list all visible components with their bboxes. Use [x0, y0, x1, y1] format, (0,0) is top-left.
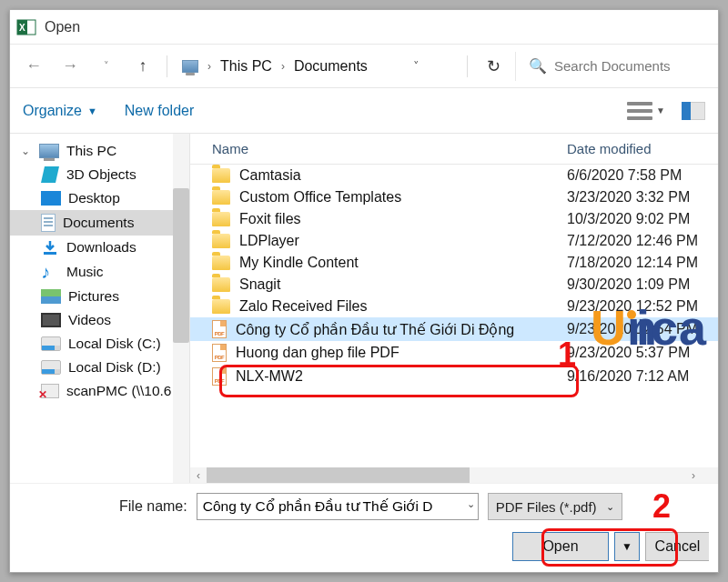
up-button[interactable]: ↑ — [126, 50, 159, 83]
column-date-modified[interactable]: Date modified — [567, 141, 709, 156]
column-headers: Name Date modified — [190, 134, 718, 165]
refresh-button[interactable]: ↻ — [475, 56, 511, 76]
nav-tree: This PC 3D Objects Desktop Documents Dow… — [10, 134, 190, 484]
preview-pane-button[interactable] — [682, 102, 705, 120]
tree-local-disk-c[interactable]: Local Disk (C:) — [10, 332, 189, 356]
scroll-right-icon[interactable]: › — [685, 469, 702, 482]
documents-icon — [41, 214, 56, 232]
filename-input[interactable] — [197, 493, 479, 520]
tree-label: scanPMC (\\10.6 — [66, 383, 171, 399]
unica-watermark: Unica — [591, 299, 707, 356]
recent-dropdown[interactable]: ˅ — [90, 50, 123, 83]
file-row[interactable]: My Kindle Content7/18/2020 12:14 PM — [190, 252, 718, 274]
tree-local-disk-d[interactable]: Local Disk (D:) — [10, 356, 189, 379]
tree-label: Documents — [63, 215, 134, 231]
new-folder-button[interactable]: New folder — [125, 103, 194, 119]
file-date: 6/6/2020 7:58 PM — [567, 167, 709, 184]
organize-label: Organize — [23, 103, 82, 119]
file-row[interactable]: Foxit files10/3/2020 9:02 PM — [190, 208, 718, 230]
tree-this-pc[interactable]: This PC — [10, 139, 189, 163]
search-placeholder: Search Documents — [554, 58, 671, 74]
chevron-right-icon[interactable]: › — [207, 60, 211, 73]
open-button[interactable]: Open — [512, 532, 609, 561]
horizontal-scrollbar[interactable]: ‹ › — [190, 467, 702, 484]
excel-icon: X — [15, 16, 37, 38]
titlebar: X Open — [10, 10, 718, 45]
annotation-number-2: 2 — [652, 487, 671, 526]
scrollbar-track[interactable] — [207, 467, 685, 484]
organize-menu[interactable]: Organize ▼ — [23, 103, 97, 119]
tree-downloads[interactable]: Downloads — [10, 236, 189, 259]
scrollbar-corner — [702, 467, 718, 484]
expand-icon[interactable] — [19, 145, 32, 157]
scrollbar-thumb[interactable] — [207, 467, 470, 484]
desktop-icon — [41, 191, 61, 206]
chevron-down-icon[interactable]: ⌄ — [467, 498, 475, 510]
breadcrumb-this-pc[interactable]: This PC — [220, 58, 272, 75]
forward-button: → — [54, 50, 86, 83]
folder-icon — [212, 299, 230, 314]
tree-documents[interactable]: Documents — [10, 210, 189, 236]
file-row[interactable]: Camtasia6/6/2020 7:58 PM — [190, 165, 718, 186]
disk-icon — [41, 336, 61, 351]
filter-label: PDF Files (*.pdf) — [496, 499, 597, 515]
tree-music[interactable]: ♪Music — [10, 259, 189, 285]
view-mode-button[interactable]: ▼ — [627, 102, 665, 120]
svg-rect-3 — [44, 252, 56, 255]
file-row[interactable]: Snagit9/30/2020 1:09 PM — [190, 274, 718, 296]
file-name: Huong dan ghep file PDF — [236, 345, 399, 361]
column-name[interactable]: Name — [212, 141, 567, 156]
file-row[interactable]: LDPlayer7/12/2020 12:46 PM — [190, 230, 718, 252]
music-icon: ♪ — [41, 263, 59, 281]
toolbar: Organize ▼ New folder ▼ — [10, 88, 718, 134]
file-name: Camtasia — [239, 167, 301, 184]
three-d-icon — [41, 166, 59, 183]
search-box[interactable]: 🔍 Search Documents — [515, 52, 711, 81]
file-name: Snagit — [239, 276, 280, 293]
file-row[interactable]: Custom Office Templates3/23/2020 3:32 PM — [190, 186, 718, 208]
folder-icon — [212, 190, 230, 205]
open-dialog: X Open ← → ˅ ↑ › This PC › Documents ˅ ↻… — [9, 9, 719, 573]
navbar: ← → ˅ ↑ › This PC › Documents ˅ ↻ 🔍 Sear… — [10, 45, 718, 88]
tree-desktop[interactable]: Desktop — [10, 186, 189, 210]
back-button[interactable]: ← — [17, 50, 50, 83]
tree-label: 3D Objects — [66, 166, 136, 183]
file-name: NLX-MW2 — [236, 368, 303, 385]
filename-label: File name: — [119, 498, 187, 515]
tree-videos[interactable]: Videos — [10, 308, 189, 332]
chevron-down-icon: ⌄ — [606, 501, 614, 513]
tree-scrollbar[interactable] — [173, 134, 189, 484]
tree-3d-objects[interactable]: 3D Objects — [10, 163, 189, 186]
filename-combo[interactable]: ⌄ — [197, 493, 479, 520]
pdf-icon — [212, 320, 227, 338]
cancel-button[interactable]: Cancel — [645, 532, 709, 561]
list-view-icon — [627, 102, 652, 120]
folder-icon — [212, 256, 230, 270]
tree-label: This PC — [66, 143, 116, 159]
this-pc-icon — [39, 144, 59, 158]
window-title: Open — [45, 19, 80, 35]
folder-icon — [212, 277, 230, 292]
breadcrumb[interactable]: › This PC › Documents ˅ — [175, 58, 427, 75]
svg-text:X: X — [19, 23, 25, 33]
file-name: Công ty Cổ phần Đầu tư Thế Giới Di Động — [236, 321, 514, 338]
open-split-dropdown[interactable]: ▼ — [614, 532, 640, 561]
annotation-number-1: 1 — [558, 336, 576, 374]
chevron-down-icon: ▼ — [656, 105, 665, 115]
file-name: My Kindle Content — [239, 255, 359, 271]
file-date: 7/18/2020 12:14 PM — [567, 255, 709, 271]
scrollbar-thumb[interactable] — [173, 188, 189, 343]
chevron-right-icon[interactable]: › — [281, 60, 285, 73]
tree-network-scanpmc[interactable]: scanPMC (\\10.6 — [10, 379, 189, 403]
file-date: 9/30/2020 1:09 PM — [567, 276, 709, 293]
breadcrumb-dropdown[interactable]: ˅ — [413, 59, 420, 73]
file-type-filter[interactable]: PDF Files (*.pdf) ⌄ — [488, 493, 622, 520]
downloads-icon — [41, 239, 59, 256]
breadcrumb-documents[interactable]: Documents — [294, 58, 368, 75]
scroll-left-icon[interactable]: ‹ — [190, 469, 207, 482]
this-pc-icon — [182, 60, 198, 73]
pdf-icon — [212, 367, 227, 386]
file-row[interactable]: NLX-MW29/16/2020 7:12 AM — [190, 365, 718, 388]
tree-label: Local Disk (D:) — [68, 359, 161, 376]
tree-pictures[interactable]: Pictures — [10, 285, 189, 308]
